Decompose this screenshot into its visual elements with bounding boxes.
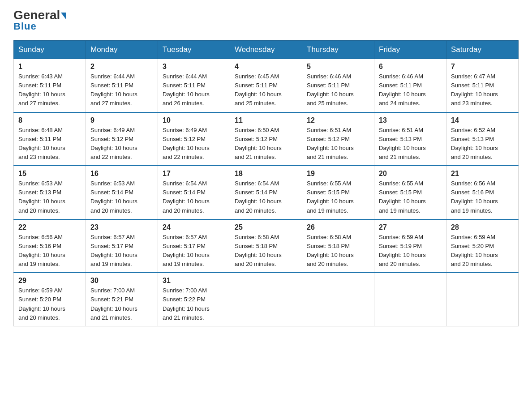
day-info: Sunrise: 7:00 AMSunset: 5:21 PMDaylight:…	[90, 286, 153, 322]
calendar-cell: 18Sunrise: 6:54 AMSunset: 5:14 PMDayligh…	[230, 166, 302, 219]
day-number: 18	[235, 170, 297, 178]
day-number: 9	[90, 116, 153, 124]
day-info: Sunrise: 6:45 AMSunset: 5:11 PMDaylight:…	[235, 72, 297, 108]
calendar-cell: 31Sunrise: 7:00 AMSunset: 5:22 PMDayligh…	[158, 273, 230, 326]
day-number: 15	[18, 170, 81, 178]
calendar-table: SundayMondayTuesdayWednesdayThursdayFrid…	[13, 40, 519, 326]
day-info: Sunrise: 6:46 AMSunset: 5:11 PMDaylight:…	[379, 72, 442, 108]
calendar-cell: 29Sunrise: 6:59 AMSunset: 5:20 PMDayligh…	[14, 273, 86, 326]
day-number: 28	[451, 223, 514, 231]
day-info: Sunrise: 6:49 AMSunset: 5:12 PMDaylight:…	[163, 126, 225, 162]
weekday-header-friday: Friday	[374, 41, 446, 59]
day-info: Sunrise: 6:59 AMSunset: 5:20 PMDaylight:…	[451, 233, 514, 269]
calendar-cell: 1Sunrise: 6:43 AMSunset: 5:11 PMDaylight…	[14, 59, 86, 112]
calendar-cell: 12Sunrise: 6:51 AMSunset: 5:12 PMDayligh…	[302, 112, 374, 166]
day-number: 27	[379, 223, 442, 231]
calendar-cell: 22Sunrise: 6:56 AMSunset: 5:16 PMDayligh…	[14, 219, 86, 273]
calendar-cell: 10Sunrise: 6:49 AMSunset: 5:12 PMDayligh…	[158, 112, 230, 166]
day-info: Sunrise: 6:54 AMSunset: 5:14 PMDaylight:…	[235, 179, 297, 215]
calendar-week-row: 22Sunrise: 6:56 AMSunset: 5:16 PMDayligh…	[14, 219, 519, 273]
calendar-cell: 28Sunrise: 6:59 AMSunset: 5:20 PMDayligh…	[446, 219, 519, 273]
day-number: 11	[235, 116, 297, 124]
day-number: 8	[18, 116, 81, 124]
calendar-week-row: 29Sunrise: 6:59 AMSunset: 5:20 PMDayligh…	[14, 273, 519, 326]
day-info: Sunrise: 6:53 AMSunset: 5:13 PMDaylight:…	[18, 179, 81, 215]
day-info: Sunrise: 6:44 AMSunset: 5:11 PMDaylight:…	[163, 72, 225, 108]
day-number: 29	[18, 277, 81, 285]
day-number: 17	[163, 170, 225, 178]
calendar-cell: 8Sunrise: 6:48 AMSunset: 5:11 PMDaylight…	[14, 112, 86, 166]
day-number: 6	[379, 63, 442, 71]
weekday-header-tuesday: Tuesday	[158, 41, 230, 59]
day-info: Sunrise: 6:58 AMSunset: 5:18 PMDaylight:…	[235, 233, 297, 269]
calendar-cell: 5Sunrise: 6:46 AMSunset: 5:11 PMDaylight…	[302, 59, 374, 112]
calendar-cell: 2Sunrise: 6:44 AMSunset: 5:11 PMDaylight…	[86, 59, 158, 112]
day-number: 24	[163, 223, 225, 231]
calendar-cell: 21Sunrise: 6:56 AMSunset: 5:16 PMDayligh…	[446, 166, 519, 219]
day-number: 5	[307, 63, 369, 71]
calendar-cell: 27Sunrise: 6:59 AMSunset: 5:19 PMDayligh…	[374, 219, 446, 273]
day-number: 12	[307, 116, 369, 124]
calendar-week-row: 1Sunrise: 6:43 AMSunset: 5:11 PMDaylight…	[14, 59, 519, 112]
day-info: Sunrise: 6:51 AMSunset: 5:12 PMDaylight:…	[307, 126, 369, 162]
day-info: Sunrise: 6:44 AMSunset: 5:11 PMDaylight:…	[90, 72, 153, 108]
day-number: 1	[18, 63, 81, 71]
day-info: Sunrise: 6:56 AMSunset: 5:16 PMDaylight:…	[451, 179, 514, 215]
day-info: Sunrise: 6:52 AMSunset: 5:13 PMDaylight:…	[451, 126, 514, 162]
calendar-cell	[230, 273, 302, 326]
day-number: 19	[307, 170, 369, 178]
day-info: Sunrise: 6:55 AMSunset: 5:15 PMDaylight:…	[379, 179, 442, 215]
calendar-cell: 25Sunrise: 6:58 AMSunset: 5:18 PMDayligh…	[230, 219, 302, 273]
weekday-header-monday: Monday	[86, 41, 158, 59]
day-number: 30	[90, 277, 153, 285]
calendar-week-row: 8Sunrise: 6:48 AMSunset: 5:11 PMDaylight…	[14, 112, 519, 166]
day-number: 21	[451, 170, 514, 178]
weekday-header-row: SundayMondayTuesdayWednesdayThursdayFrid…	[14, 41, 519, 59]
day-info: Sunrise: 6:48 AMSunset: 5:11 PMDaylight:…	[18, 126, 81, 162]
calendar-cell: 7Sunrise: 6:47 AMSunset: 5:11 PMDaylight…	[446, 59, 519, 112]
weekday-header-wednesday: Wednesday	[230, 41, 302, 59]
calendar-cell: 19Sunrise: 6:55 AMSunset: 5:15 PMDayligh…	[302, 166, 374, 219]
day-number: 10	[163, 116, 225, 124]
calendar-cell: 15Sunrise: 6:53 AMSunset: 5:13 PMDayligh…	[14, 166, 86, 219]
day-info: Sunrise: 6:50 AMSunset: 5:12 PMDaylight:…	[235, 126, 297, 162]
calendar-cell: 20Sunrise: 6:55 AMSunset: 5:15 PMDayligh…	[374, 166, 446, 219]
calendar-cell: 13Sunrise: 6:51 AMSunset: 5:13 PMDayligh…	[374, 112, 446, 166]
day-info: Sunrise: 7:00 AMSunset: 5:22 PMDaylight:…	[163, 286, 225, 322]
day-info: Sunrise: 6:53 AMSunset: 5:14 PMDaylight:…	[90, 179, 153, 215]
calendar-cell: 4Sunrise: 6:45 AMSunset: 5:11 PMDaylight…	[230, 59, 302, 112]
calendar-cell: 26Sunrise: 6:58 AMSunset: 5:18 PMDayligh…	[302, 219, 374, 273]
day-number: 14	[451, 116, 514, 124]
day-info: Sunrise: 6:57 AMSunset: 5:17 PMDaylight:…	[90, 233, 153, 269]
day-info: Sunrise: 6:54 AMSunset: 5:14 PMDaylight:…	[163, 179, 225, 215]
calendar-cell: 3Sunrise: 6:44 AMSunset: 5:11 PMDaylight…	[158, 59, 230, 112]
day-info: Sunrise: 6:51 AMSunset: 5:13 PMDaylight:…	[379, 126, 442, 162]
calendar-cell: 17Sunrise: 6:54 AMSunset: 5:14 PMDayligh…	[158, 166, 230, 219]
day-number: 7	[451, 63, 514, 71]
calendar-cell: 16Sunrise: 6:53 AMSunset: 5:14 PMDayligh…	[86, 166, 158, 219]
calendar-cell: 30Sunrise: 7:00 AMSunset: 5:21 PMDayligh…	[86, 273, 158, 326]
calendar-cell: 9Sunrise: 6:49 AMSunset: 5:12 PMDaylight…	[86, 112, 158, 166]
day-number: 3	[163, 63, 225, 71]
day-number: 20	[379, 170, 442, 178]
logo-text: General	[13, 9, 66, 21]
day-info: Sunrise: 6:43 AMSunset: 5:11 PMDaylight:…	[18, 72, 81, 108]
day-number: 25	[235, 223, 297, 231]
day-number: 13	[379, 116, 442, 124]
day-info: Sunrise: 6:58 AMSunset: 5:18 PMDaylight:…	[307, 233, 369, 269]
day-number: 4	[235, 63, 297, 71]
day-number: 23	[90, 223, 153, 231]
weekday-header-saturday: Saturday	[446, 41, 519, 59]
day-number: 26	[307, 223, 369, 231]
logo: General Blue	[13, 9, 66, 32]
day-info: Sunrise: 6:55 AMSunset: 5:15 PMDaylight:…	[307, 179, 369, 215]
weekday-header-thursday: Thursday	[302, 41, 374, 59]
calendar-cell	[446, 273, 519, 326]
calendar-cell	[374, 273, 446, 326]
page-header: General Blue	[13, 9, 519, 32]
day-info: Sunrise: 6:46 AMSunset: 5:11 PMDaylight:…	[307, 72, 369, 108]
calendar-cell	[302, 273, 374, 326]
calendar-cell: 14Sunrise: 6:52 AMSunset: 5:13 PMDayligh…	[446, 112, 519, 166]
day-number: 22	[18, 223, 81, 231]
calendar-cell: 6Sunrise: 6:46 AMSunset: 5:11 PMDaylight…	[374, 59, 446, 112]
